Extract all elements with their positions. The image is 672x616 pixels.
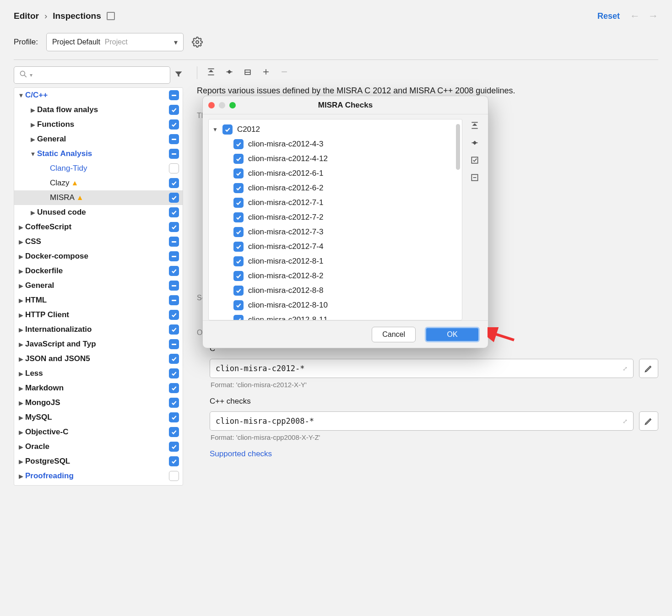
chevron-icon[interactable]: ▶ — [17, 458, 25, 465]
tree-item[interactable]: ▼C/C++ — [14, 88, 183, 103]
dialog-checks-tree[interactable]: ▼ C2012 clion-misra-c2012-4-3clion-misra… — [208, 119, 462, 320]
tree-item[interactable]: ▶Less — [14, 366, 183, 381]
checkbox[interactable] — [233, 212, 244, 222]
chevron-down-icon[interactable]: ▼ — [212, 126, 218, 133]
checkbox[interactable] — [169, 119, 179, 130]
checkbox[interactable] — [169, 178, 179, 188]
maximize-icon[interactable] — [229, 102, 236, 108]
chevron-icon[interactable]: ▶ — [17, 268, 25, 275]
ok-button[interactable]: OK — [425, 327, 480, 342]
dialog-titlebar[interactable]: MISRA Checks — [203, 96, 488, 114]
check-item[interactable]: clion-misra-c2012-7-2 — [209, 210, 462, 225]
tree-item[interactable]: ▶HTTP Client — [14, 308, 183, 322]
chevron-icon[interactable]: ▼ — [17, 92, 25, 99]
select-all-icon[interactable] — [470, 156, 479, 167]
check-item[interactable]: clion-misra-c2012-8-2 — [209, 269, 462, 283]
check-item[interactable]: clion-misra-c2012-6-1 — [209, 166, 462, 181]
tree-item[interactable]: ▶General — [14, 132, 183, 146]
checkbox[interactable] — [169, 149, 179, 159]
checkbox[interactable] — [233, 242, 244, 252]
checkbox[interactable] — [169, 266, 179, 276]
chevron-icon[interactable]: ▶ — [17, 341, 25, 348]
checkbox[interactable] — [233, 168, 244, 178]
chevron-icon[interactable]: ▶ — [17, 312, 25, 319]
tree-item[interactable]: ▶Data flow analys — [14, 103, 183, 117]
chevron-icon[interactable]: ▼ — [29, 151, 37, 157]
chevron-icon[interactable]: ▶ — [17, 385, 25, 392]
tree-item[interactable]: ▶Objective-C — [14, 425, 183, 439]
checkbox[interactable] — [169, 471, 179, 481]
supported-checks-link[interactable]: Supported checks — [210, 449, 272, 458]
tree-item[interactable]: ▶Unused code — [14, 205, 183, 220]
forward-icon[interactable]: → — [648, 10, 658, 22]
tree-item[interactable]: ▶Functions — [14, 117, 183, 132]
search-history-chevron-icon[interactable]: ▾ — [30, 72, 33, 78]
tree-item[interactable]: ▼Static Analysis — [14, 146, 183, 161]
checkbox[interactable] — [233, 300, 244, 310]
cpp-checks-input[interactable]: clion-misra-cpp2008-* ⤢ — [210, 411, 634, 431]
checkbox[interactable] — [169, 251, 179, 261]
tree-item[interactable]: ▶MongoJS — [14, 395, 183, 410]
tree-item[interactable]: ▶HTML — [14, 293, 183, 308]
check-item[interactable]: clion-misra-c2012-7-4 — [209, 239, 462, 254]
profile-select[interactable]: Project Default Project ▾ — [46, 33, 184, 51]
back-icon[interactable]: ← — [630, 10, 640, 22]
inspection-tree[interactable]: ▼C/C++▶Data flow analys▶Functions▶Genera… — [14, 87, 183, 486]
checkbox[interactable] — [169, 324, 179, 335]
checkbox[interactable] — [169, 427, 179, 437]
chevron-icon[interactable]: ▶ — [17, 253, 25, 260]
checkbox[interactable] — [169, 412, 179, 422]
checkbox[interactable] — [169, 442, 179, 452]
tree-item[interactable]: ▶JavaScript and Typ — [14, 337, 183, 351]
chevron-icon[interactable]: ▶ — [17, 473, 25, 480]
tree-item[interactable]: ▶PostgreSQL — [14, 454, 183, 469]
collapse-all-icon[interactable] — [225, 67, 234, 78]
chevron-icon[interactable]: ▶ — [17, 297, 25, 304]
tree-item[interactable]: Clang-Tidy — [14, 161, 183, 176]
checkbox[interactable] — [233, 315, 244, 320]
chevron-icon[interactable]: ▶ — [17, 429, 25, 436]
checkbox[interactable] — [169, 105, 179, 115]
check-item[interactable]: clion-misra-c2012-4-12 — [209, 151, 462, 166]
check-item[interactable]: clion-misra-c2012-8-10 — [209, 298, 462, 313]
expand-icon[interactable]: ⤢ — [623, 418, 628, 425]
checkbox[interactable] — [169, 207, 179, 217]
chevron-icon[interactable]: ▶ — [17, 326, 25, 333]
chevron-icon[interactable]: ▶ — [17, 370, 25, 377]
tree-item[interactable]: ▶MySQL — [14, 410, 183, 425]
checkbox[interactable] — [233, 198, 244, 208]
tree-item[interactable]: MISRA▲ — [14, 190, 183, 205]
add-icon[interactable] — [261, 67, 271, 78]
checkbox[interactable] — [169, 383, 179, 393]
checkbox[interactable] — [233, 286, 244, 296]
tree-item[interactable]: ▶Internationalizatio — [14, 322, 183, 337]
remove-icon[interactable] — [280, 67, 289, 78]
external-window-icon[interactable] — [107, 12, 115, 20]
check-item[interactable]: clion-misra-c2012-8-8 — [209, 283, 462, 298]
expand-all-icon[interactable] — [470, 121, 479, 132]
tree-item[interactable]: ▶CSS — [14, 234, 183, 249]
breadcrumb-parent[interactable]: Editor — [14, 11, 39, 21]
expand-all-icon[interactable] — [206, 67, 216, 78]
checkbox[interactable] — [169, 281, 179, 291]
reset-default-icon[interactable] — [243, 67, 252, 78]
tree-item[interactable]: ▶General — [14, 278, 183, 293]
check-item[interactable]: clion-misra-c2012-8-1 — [209, 254, 462, 269]
checkbox[interactable] — [169, 222, 179, 232]
checkbox[interactable] — [169, 237, 179, 247]
chevron-icon[interactable]: ▶ — [17, 282, 25, 289]
checkbox[interactable] — [233, 256, 244, 266]
checkbox[interactable] — [169, 354, 179, 364]
checkbox[interactable] — [222, 124, 233, 135]
tree-item[interactable]: ▶Oracle — [14, 439, 183, 454]
c-checks-input[interactable]: clion-misra-c2012-* ⤢ — [210, 359, 634, 378]
tree-item[interactable]: ▶Dockerfile — [14, 264, 183, 278]
tree-item[interactable]: ▶Markdown — [14, 381, 183, 395]
chevron-icon[interactable]: ▶ — [17, 414, 25, 421]
checkbox[interactable] — [233, 271, 244, 281]
search-input[interactable]: ▾ — [14, 66, 170, 84]
collapse-all-icon[interactable] — [470, 138, 479, 149]
checkbox[interactable] — [233, 139, 244, 149]
filter-icon[interactable] — [174, 70, 183, 81]
checkbox[interactable] — [169, 398, 179, 408]
